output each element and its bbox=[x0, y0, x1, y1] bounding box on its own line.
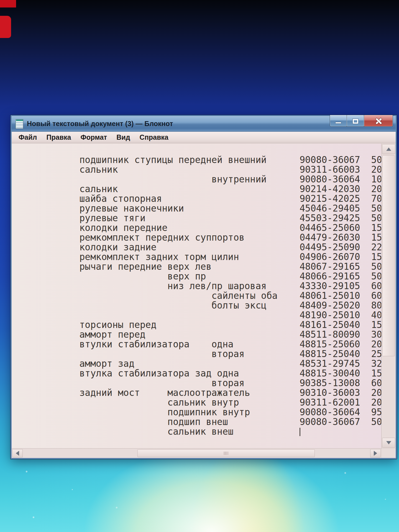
horizontal-scrollbar[interactable] bbox=[12, 448, 381, 458]
part-number: 04465-25060 bbox=[300, 223, 371, 233]
notepad-text-area[interactable]: подшипник ступицы передней внешний90080-… bbox=[12, 144, 381, 448]
part-number: 90080-36067 bbox=[300, 417, 371, 427]
part-number: 48409-25020 bbox=[300, 301, 371, 310]
scroll-up-icon bbox=[386, 147, 391, 151]
part-price: 500-100 bbox=[371, 213, 381, 223]
part-price: 2200р bbox=[371, 242, 381, 253]
part-price: 1500р bbox=[371, 232, 381, 243]
part-price: 5000р bbox=[371, 271, 381, 282]
titlebar[interactable]: Новый текстовый документ (3) — Блокнот bbox=[12, 116, 396, 132]
part-label: рычаги передние верх лев bbox=[79, 262, 300, 271]
window-controls bbox=[330, 115, 393, 127]
part-label: задний мост маслоотражатель bbox=[79, 388, 300, 398]
close-icon bbox=[375, 117, 382, 125]
part-label: болты эксц bbox=[79, 301, 300, 310]
part-number: 48531-29745 bbox=[300, 359, 371, 368]
horizontal-scroll-thumb[interactable] bbox=[137, 449, 315, 457]
part-number: 48511-80090 bbox=[300, 330, 371, 339]
part-number: 04495-25090 bbox=[300, 242, 371, 252]
part-label: рулевые наконечники bbox=[79, 203, 300, 213]
part-price: 200р bbox=[371, 184, 381, 194]
part-number: 48815-25060 bbox=[300, 339, 371, 349]
part-price: 1000р bbox=[371, 174, 381, 185]
part-price: 3000р bbox=[371, 329, 381, 340]
part-price: 5000р bbox=[371, 261, 381, 272]
part-label: вторая bbox=[79, 349, 300, 359]
part-number: 48066-29165 bbox=[300, 271, 371, 281]
part-label: сальник внеш bbox=[79, 427, 300, 436]
document-line: подшипник ступицы передней внешний90080-… bbox=[13, 145, 381, 155]
part-price: 150р bbox=[371, 368, 381, 379]
part-number: 90311-66003 bbox=[300, 165, 371, 174]
scroll-down-button[interactable] bbox=[382, 438, 395, 448]
part-number: 04479-26030 bbox=[300, 233, 371, 242]
part-label: подшипник внутр bbox=[79, 407, 300, 417]
part-price: 500р bbox=[371, 416, 381, 427]
part-label: верх пр bbox=[79, 271, 300, 281]
scroll-right-icon bbox=[374, 451, 377, 456]
part-label: сайленты оба bbox=[79, 291, 300, 301]
minimize-button[interactable] bbox=[330, 115, 347, 127]
part-label: вторая bbox=[79, 378, 300, 388]
part-number: 90214-42030 bbox=[300, 184, 371, 194]
part-number: 48061-25010 bbox=[300, 291, 371, 301]
part-price: 3200р bbox=[371, 358, 381, 369]
part-number: 48815-30040 bbox=[300, 368, 371, 378]
part-price: 500р bbox=[371, 154, 381, 165]
part-label: подшип внеш bbox=[79, 417, 300, 427]
part-label: втулки стабилизатора одна bbox=[79, 339, 300, 349]
scroll-left-icon bbox=[16, 451, 19, 456]
window-title: Новый текстовый документ (3) — Блокнот bbox=[27, 120, 173, 128]
part-label: низ лев/пр шаровая bbox=[79, 281, 300, 291]
notepad-window: Новый текстовый документ (3) — Блокнот Ф… bbox=[11, 115, 397, 459]
part-number: 90215-42025 bbox=[300, 194, 371, 203]
part-label: ремкомплект передних суппортов bbox=[79, 233, 300, 242]
part-number: 04906-26070 bbox=[300, 252, 371, 262]
part-number: 45503-29425 bbox=[300, 213, 371, 223]
desktop-icon-fragment-top bbox=[0, 0, 16, 7]
menubar: Файл Правка Формат Вид Справка bbox=[12, 132, 396, 143]
part-label: амморт зад bbox=[79, 359, 300, 368]
part-label: сальник внутр bbox=[79, 398, 300, 407]
vertical-scroll-thumb[interactable] bbox=[382, 155, 395, 356]
part-price: 250р bbox=[371, 348, 381, 359]
part-label: сальник bbox=[79, 184, 300, 194]
document-lines: подшипник ступицы передней внешний90080-… bbox=[13, 145, 381, 427]
scroll-left-button[interactable] bbox=[12, 449, 23, 457]
maximize-button[interactable] bbox=[347, 115, 364, 127]
menu-item-file[interactable]: Файл bbox=[14, 132, 42, 143]
scroll-right-button[interactable] bbox=[370, 449, 381, 457]
minimize-icon bbox=[335, 122, 341, 124]
close-button[interactable] bbox=[364, 115, 393, 127]
part-price: 70р bbox=[371, 193, 381, 204]
vertical-scrollbar[interactable] bbox=[381, 144, 396, 448]
scrollbar-corner bbox=[381, 448, 396, 458]
part-price: 1500р bbox=[371, 251, 381, 262]
menu-item-help[interactable]: Справка bbox=[135, 132, 173, 143]
part-label: ремкомплект задних торм цилин bbox=[79, 252, 300, 262]
part-price: 600р bbox=[371, 281, 381, 291]
scroll-down-icon bbox=[386, 441, 391, 444]
part-number: 90080-36064 bbox=[300, 407, 371, 417]
menu-item-edit[interactable]: Правка bbox=[42, 132, 76, 143]
part-number: 90080-36067 bbox=[300, 155, 371, 165]
client-area: подшипник ступицы передней внешний90080-… bbox=[12, 144, 396, 458]
part-number: 90385-13008 bbox=[300, 378, 371, 388]
part-label: сальник bbox=[79, 165, 300, 174]
menu-item-format[interactable]: Формат bbox=[76, 132, 112, 143]
part-price: 1500р bbox=[371, 222, 381, 233]
part-price: 200р bbox=[371, 387, 381, 398]
part-number: 45046-29405 bbox=[300, 203, 371, 213]
part-number: 43330-29105 bbox=[300, 281, 371, 291]
part-price: 200р bbox=[371, 339, 381, 350]
part-price: 15000р bbox=[371, 319, 381, 330]
part-label: подшипник ступицы передней внешний bbox=[79, 155, 300, 165]
part-label: внутренний bbox=[79, 174, 300, 184]
menu-item-view[interactable]: Вид bbox=[112, 132, 135, 143]
scroll-up-button[interactable] bbox=[382, 144, 395, 154]
part-label: торсионы перед bbox=[79, 320, 300, 330]
wallpaper-sparkles bbox=[0, 0, 1, 1]
part-label: рулевые тяги bbox=[79, 213, 300, 223]
part-label: колодки передние bbox=[79, 223, 300, 233]
part-price: 200р bbox=[371, 397, 381, 408]
